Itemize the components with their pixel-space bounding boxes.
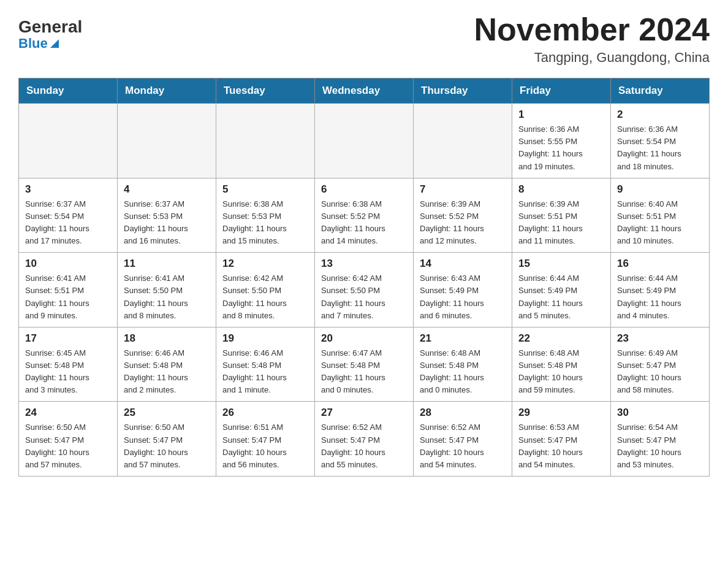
calendar-cell: 30Sunrise: 6:54 AMSunset: 5:47 PMDayligh… — [611, 402, 710, 477]
calendar-cell: 9Sunrise: 6:40 AMSunset: 5:51 PMDaylight… — [611, 178, 710, 253]
location-subtitle: Tangping, Guangdong, China — [474, 50, 710, 66]
day-number: 16 — [617, 258, 703, 270]
calendar-cell: 12Sunrise: 6:42 AMSunset: 5:50 PMDayligh… — [216, 253, 315, 327]
sun-info: Sunrise: 6:52 AMSunset: 5:47 PMDaylight:… — [321, 421, 407, 471]
sun-info: Sunrise: 6:37 AMSunset: 5:53 PMDaylight:… — [124, 198, 210, 248]
calendar-cell: 24Sunrise: 6:50 AMSunset: 5:47 PMDayligh… — [19, 402, 118, 477]
calendar-cell: 29Sunrise: 6:53 AMSunset: 5:47 PMDayligh… — [512, 402, 611, 477]
logo-general-text: General — [18, 18, 82, 36]
calendar-cell: 11Sunrise: 6:41 AMSunset: 5:50 PMDayligh… — [118, 253, 216, 327]
column-header-friday: Friday — [512, 79, 611, 104]
day-number: 18 — [124, 332, 210, 345]
day-number: 30 — [617, 407, 703, 419]
column-header-wednesday: Wednesday — [315, 79, 414, 104]
calendar-cell: 18Sunrise: 6:46 AMSunset: 5:48 PMDayligh… — [118, 327, 216, 402]
calendar-cell — [19, 104, 118, 178]
day-number: 28 — [420, 407, 506, 419]
calendar-cell: 16Sunrise: 6:44 AMSunset: 5:49 PMDayligh… — [611, 253, 710, 327]
sun-info: Sunrise: 6:39 AMSunset: 5:52 PMDaylight:… — [420, 198, 506, 248]
calendar-cell — [216, 104, 315, 178]
sun-info: Sunrise: 6:39 AMSunset: 5:51 PMDaylight:… — [518, 198, 604, 248]
day-number: 13 — [321, 258, 407, 270]
calendar-cell: 1Sunrise: 6:36 AMSunset: 5:55 PMDaylight… — [512, 104, 611, 178]
sun-info: Sunrise: 6:38 AMSunset: 5:53 PMDaylight:… — [222, 198, 308, 248]
day-number: 12 — [222, 258, 308, 270]
sun-info: Sunrise: 6:49 AMSunset: 5:47 PMDaylight:… — [617, 347, 703, 397]
calendar-cell: 14Sunrise: 6:43 AMSunset: 5:49 PMDayligh… — [414, 253, 512, 327]
day-number: 10 — [25, 258, 111, 270]
day-number: 26 — [222, 407, 308, 419]
calendar-cell: 28Sunrise: 6:52 AMSunset: 5:47 PMDayligh… — [414, 402, 512, 477]
calendar-cell: 7Sunrise: 6:39 AMSunset: 5:52 PMDaylight… — [414, 178, 512, 253]
day-number: 19 — [222, 332, 308, 345]
column-header-monday: Monday — [118, 79, 216, 104]
sun-info: Sunrise: 6:42 AMSunset: 5:50 PMDaylight:… — [321, 272, 407, 322]
day-number: 23 — [617, 332, 703, 345]
week-row-1: 1Sunrise: 6:36 AMSunset: 5:55 PMDaylight… — [19, 104, 710, 178]
calendar-cell: 21Sunrise: 6:48 AMSunset: 5:48 PMDayligh… — [414, 327, 512, 402]
sun-info: Sunrise: 6:53 AMSunset: 5:47 PMDaylight:… — [518, 421, 604, 471]
day-number: 24 — [25, 407, 111, 419]
day-number: 11 — [124, 258, 210, 270]
day-number: 9 — [617, 183, 703, 196]
day-number: 27 — [321, 407, 407, 419]
calendar-cell: 8Sunrise: 6:39 AMSunset: 5:51 PMDaylight… — [512, 178, 611, 253]
day-number: 5 — [222, 183, 308, 196]
week-row-4: 17Sunrise: 6:45 AMSunset: 5:48 PMDayligh… — [19, 327, 710, 402]
calendar-cell: 2Sunrise: 6:36 AMSunset: 5:54 PMDaylight… — [611, 104, 710, 178]
calendar-cell: 20Sunrise: 6:47 AMSunset: 5:48 PMDayligh… — [315, 327, 414, 402]
day-number: 25 — [124, 407, 210, 419]
sun-info: Sunrise: 6:37 AMSunset: 5:54 PMDaylight:… — [25, 198, 111, 248]
logo: General Blue — [18, 12, 82, 52]
sun-info: Sunrise: 6:46 AMSunset: 5:48 PMDaylight:… — [222, 347, 308, 397]
sun-info: Sunrise: 6:45 AMSunset: 5:48 PMDaylight:… — [25, 347, 111, 397]
sun-info: Sunrise: 6:41 AMSunset: 5:51 PMDaylight:… — [25, 272, 111, 322]
calendar-cell: 15Sunrise: 6:44 AMSunset: 5:49 PMDayligh… — [512, 253, 611, 327]
day-number: 3 — [25, 183, 111, 196]
week-row-2: 3Sunrise: 6:37 AMSunset: 5:54 PMDaylight… — [19, 178, 710, 253]
sun-info: Sunrise: 6:44 AMSunset: 5:49 PMDaylight:… — [617, 272, 703, 322]
column-header-thursday: Thursday — [414, 79, 512, 104]
sun-info: Sunrise: 6:48 AMSunset: 5:48 PMDaylight:… — [518, 347, 604, 397]
calendar-cell: 25Sunrise: 6:50 AMSunset: 5:47 PMDayligh… — [118, 402, 216, 477]
column-header-saturday: Saturday — [611, 79, 710, 104]
calendar-cell: 23Sunrise: 6:49 AMSunset: 5:47 PMDayligh… — [611, 327, 710, 402]
calendar-cell: 4Sunrise: 6:37 AMSunset: 5:53 PMDaylight… — [118, 178, 216, 253]
week-row-5: 24Sunrise: 6:50 AMSunset: 5:47 PMDayligh… — [19, 402, 710, 477]
header: General Blue November 2024 Tangping, Gua… — [18, 12, 710, 66]
day-number: 1 — [518, 109, 604, 121]
month-year-title: November 2024 — [474, 12, 710, 47]
calendar-cell: 6Sunrise: 6:38 AMSunset: 5:52 PMDaylight… — [315, 178, 414, 253]
sun-info: Sunrise: 6:52 AMSunset: 5:47 PMDaylight:… — [420, 421, 506, 471]
calendar-cell: 26Sunrise: 6:51 AMSunset: 5:47 PMDayligh… — [216, 402, 315, 477]
day-number: 29 — [518, 407, 604, 419]
calendar-cell — [414, 104, 512, 178]
sun-info: Sunrise: 6:54 AMSunset: 5:47 PMDaylight:… — [617, 421, 703, 471]
day-number: 20 — [321, 332, 407, 345]
day-number: 15 — [518, 258, 604, 270]
calendar-cell: 10Sunrise: 6:41 AMSunset: 5:51 PMDayligh… — [19, 253, 118, 327]
sun-info: Sunrise: 6:38 AMSunset: 5:52 PMDaylight:… — [321, 198, 407, 248]
calendar-cell: 22Sunrise: 6:48 AMSunset: 5:48 PMDayligh… — [512, 327, 611, 402]
title-area: November 2024 Tangping, Guangdong, China — [474, 12, 710, 66]
calendar-cell: 13Sunrise: 6:42 AMSunset: 5:50 PMDayligh… — [315, 253, 414, 327]
sun-info: Sunrise: 6:48 AMSunset: 5:48 PMDaylight:… — [420, 347, 506, 397]
week-row-3: 10Sunrise: 6:41 AMSunset: 5:51 PMDayligh… — [19, 253, 710, 327]
day-number: 2 — [617, 109, 703, 121]
calendar-cell: 17Sunrise: 6:45 AMSunset: 5:48 PMDayligh… — [19, 327, 118, 402]
logo-blue-text: Blue — [18, 36, 60, 52]
calendar-cell: 19Sunrise: 6:46 AMSunset: 5:48 PMDayligh… — [216, 327, 315, 402]
calendar-cell: 27Sunrise: 6:52 AMSunset: 5:47 PMDayligh… — [315, 402, 414, 477]
logo-triangle-icon — [49, 38, 60, 49]
calendar-cell: 5Sunrise: 6:38 AMSunset: 5:53 PMDaylight… — [216, 178, 315, 253]
day-number: 21 — [420, 332, 506, 345]
day-number: 17 — [25, 332, 111, 345]
sun-info: Sunrise: 6:44 AMSunset: 5:49 PMDaylight:… — [518, 272, 604, 322]
calendar-header-row: SundayMondayTuesdayWednesdayThursdayFrid… — [19, 79, 710, 104]
sun-info: Sunrise: 6:36 AMSunset: 5:54 PMDaylight:… — [617, 123, 703, 173]
sun-info: Sunrise: 6:40 AMSunset: 5:51 PMDaylight:… — [617, 198, 703, 248]
calendar-cell: 3Sunrise: 6:37 AMSunset: 5:54 PMDaylight… — [19, 178, 118, 253]
day-number: 22 — [518, 332, 604, 345]
day-number: 8 — [518, 183, 604, 196]
day-number: 4 — [124, 183, 210, 196]
